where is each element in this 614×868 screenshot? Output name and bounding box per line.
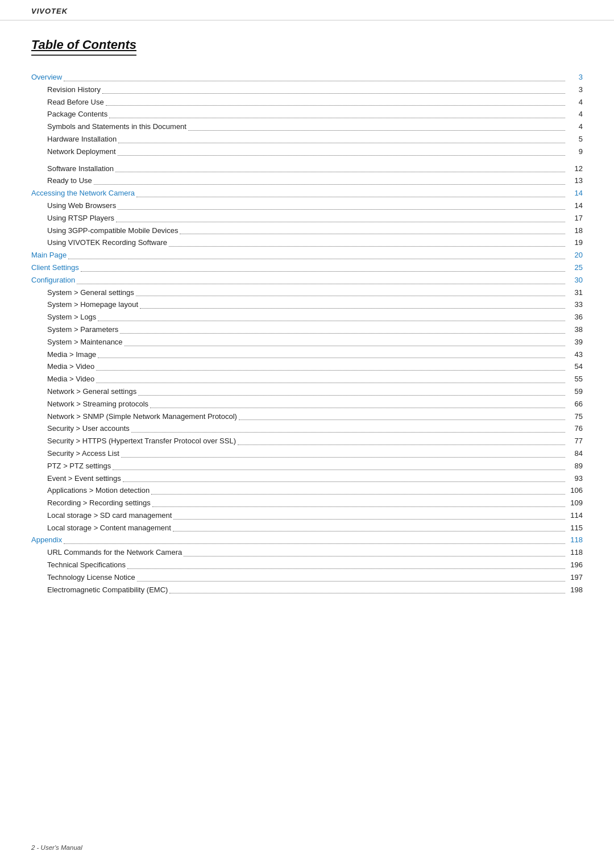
toc-entry: Network > Streaming protocols66 xyxy=(31,398,583,410)
toc-entry-page: 25 xyxy=(567,262,583,274)
toc-entry-dots xyxy=(125,346,565,346)
toc-entry-page: 9 xyxy=(567,146,583,158)
toc-entry-page: 31 xyxy=(567,287,583,299)
toc-entry: System > Homepage layout33 xyxy=(31,299,583,311)
toc-entry-label: Using VIVOTEK Recording Software xyxy=(31,237,167,249)
toc-entry-dots xyxy=(173,519,565,520)
toc-entry-dots xyxy=(118,209,565,210)
toc-entry-page: 3 xyxy=(567,84,583,96)
toc-entry-page: 20 xyxy=(567,250,583,261)
content-area: Table of Contents Overview3Revision Hist… xyxy=(0,20,614,630)
toc-entry-dots xyxy=(116,222,565,222)
toc-entry-dots xyxy=(138,395,565,396)
toc-entry-page: 114 xyxy=(567,510,583,522)
toc-entry-page: 4 xyxy=(567,97,583,109)
toc-entry: Security > Access List84 xyxy=(31,448,583,460)
toc-entry-page: 77 xyxy=(567,435,583,447)
toc-entry-page: 4 xyxy=(567,109,583,121)
toc-entry: Using RTSP Players17 xyxy=(31,213,583,225)
toc-entry-label: Accessing the Network Camera xyxy=(31,188,135,200)
toc-entry-page: 197 xyxy=(567,572,583,584)
toc-entry: Accessing the Network Camera14 xyxy=(31,188,583,200)
toc-entry-page: 196 xyxy=(567,559,583,571)
toc-entry-dots xyxy=(188,130,565,131)
toc-entry-dots xyxy=(184,556,565,556)
toc-entry-dots xyxy=(81,271,565,272)
brand-name: VIVOTEK xyxy=(31,7,68,15)
toc-entry: Recording > Recording settings109 xyxy=(31,497,583,509)
toc-entry-page: 109 xyxy=(567,497,583,509)
toc-entry-dots xyxy=(136,197,565,197)
toc-title: Table of Contents xyxy=(31,38,136,56)
toc-entry-page: 13 xyxy=(567,175,583,187)
toc-entry-label: Using Web Browsers xyxy=(31,200,116,212)
toc-entry-dots xyxy=(180,234,565,234)
toc-entry: Technology License Notice197 xyxy=(31,572,583,584)
toc-entry-dots xyxy=(123,481,565,482)
toc-entry-page: 39 xyxy=(567,337,583,348)
toc-entry-dots xyxy=(96,370,565,371)
top-bar: VIVOTEK xyxy=(0,0,614,20)
toc-entry-dots xyxy=(98,358,565,358)
toc-entry-label: Using RTSP Players xyxy=(31,213,114,225)
toc-entry: Using Web Browsers14 xyxy=(31,200,583,212)
toc-entry-dots xyxy=(152,506,565,507)
toc-entry-dots xyxy=(94,184,565,185)
toc-entry: Media > Image43 xyxy=(31,349,583,361)
toc-entry-label: Ready to Use xyxy=(31,175,92,187)
toc-entry: Overview3 xyxy=(31,72,583,84)
toc-entry-page: 75 xyxy=(567,411,583,423)
toc-entry-page: 118 xyxy=(567,534,583,546)
toc-entry-dots xyxy=(120,333,565,334)
toc-entry-dots xyxy=(239,420,565,420)
toc-entry-label: Software Installation xyxy=(31,163,114,175)
page-wrapper: VIVOTEK Table of Contents Overview3Revis… xyxy=(0,0,614,868)
toc-entry-page: 30 xyxy=(567,275,583,286)
toc-entry: System > Maintenance39 xyxy=(31,337,583,348)
toc-entry: Security > User accounts76 xyxy=(31,423,583,435)
toc-entry-label: Local storage > Content management xyxy=(31,522,171,534)
toc-entry-page: 89 xyxy=(567,460,583,472)
toc-entry: Ready to Use13 xyxy=(31,175,583,187)
toc-entry-dots xyxy=(140,308,565,309)
toc-entry-label: Revision History xyxy=(31,84,101,96)
toc-entry-dots xyxy=(106,105,565,106)
toc-entry-page: 54 xyxy=(567,361,583,373)
toc-entry-page: 33 xyxy=(567,299,583,311)
toc-entry-page: 43 xyxy=(567,349,583,361)
toc-entry-page: 106 xyxy=(567,485,583,497)
toc-entry-label: Media > Video xyxy=(31,373,94,385)
toc-entry-dots xyxy=(136,296,565,296)
toc-entry-page: 17 xyxy=(567,213,583,225)
toc-entry-label: Using 3GPP-compatible Mobile Devices xyxy=(31,225,178,237)
toc-entry-dots xyxy=(137,581,565,582)
toc-entry-dots xyxy=(102,93,565,94)
toc-entry-label: PTZ > PTZ settings xyxy=(31,460,111,472)
toc-entry-label: Configuration xyxy=(31,275,75,286)
toc-entry-dots xyxy=(109,118,565,118)
toc-entry-page: 14 xyxy=(567,188,583,200)
toc-entry-dots xyxy=(127,568,565,569)
toc-entry-dots xyxy=(150,408,565,408)
toc-entry: Network Deployment9 xyxy=(31,146,583,158)
toc-entry-page: 36 xyxy=(567,312,583,323)
toc-entry-dots xyxy=(98,321,565,321)
toc-entry: System > Logs36 xyxy=(31,312,583,323)
toc-entry-page: 5 xyxy=(567,134,583,146)
toc-entry-label: System > General settings xyxy=(31,287,134,299)
toc-entry-dots xyxy=(173,531,565,531)
toc-entry: System > Parameters38 xyxy=(31,324,583,336)
toc-entry-dots xyxy=(169,593,565,593)
toc-entry: Hardware Installation5 xyxy=(31,134,583,146)
toc-entry: Technical Specifications196 xyxy=(31,559,583,571)
toc-entry-label: Hardware Installation xyxy=(31,134,117,146)
toc-entry: Software Installation12 xyxy=(31,163,583,175)
toc-entry-label: URL Commands for the Network Camera xyxy=(31,547,182,559)
toc-entry-label: Main Page xyxy=(31,250,67,261)
toc-entry-page: 12 xyxy=(567,163,583,175)
toc-entry-label: Network > General settings xyxy=(31,386,136,398)
toc-entry-label: Recording > Recording settings xyxy=(31,497,151,509)
toc-entry: Revision History3 xyxy=(31,84,583,96)
toc-entry-page: 198 xyxy=(567,584,583,596)
toc-entry-dots xyxy=(118,143,565,143)
